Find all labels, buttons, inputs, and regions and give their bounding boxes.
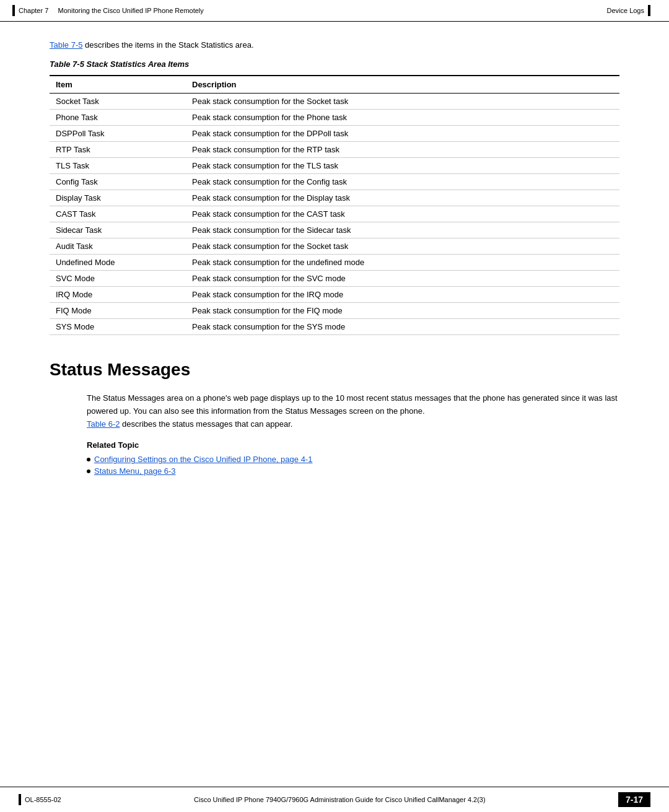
header-chapter-label: Chapter 7 xyxy=(19,7,48,14)
related-topic-link[interactable]: Status Menu, page 6-3 xyxy=(94,466,176,476)
table-cell-description: Peak stack consumption for the undefined… xyxy=(186,255,619,271)
table-6-2-link[interactable]: Table 6-2 xyxy=(87,419,120,429)
table-body: Socket TaskPeak stack consumption for th… xyxy=(50,94,619,335)
table-row: Display TaskPeak stack consumption for t… xyxy=(50,190,619,206)
table-cell-item: Display Task xyxy=(50,190,186,206)
table-cell-item: CAST Task xyxy=(50,206,186,222)
table-cell-item: IRQ Mode xyxy=(50,287,186,303)
header-bar-left-icon xyxy=(12,5,15,16)
status-messages-heading: Status Messages xyxy=(50,360,619,380)
table-cell-item: DSPPoll Task xyxy=(50,126,186,142)
table-cell-item: SVC Mode xyxy=(50,271,186,287)
table-row: CAST TaskPeak stack consumption for the … xyxy=(50,206,619,222)
table-cell-description: Peak stack consumption for the Sidecar t… xyxy=(186,222,619,238)
table-row: IRQ ModePeak stack consumption for the I… xyxy=(50,287,619,303)
page-footer: OL-8555-02 Cisco Unified IP Phone 7940G/… xyxy=(0,787,669,812)
related-topic-item: Configuring Settings on the Cisco Unifie… xyxy=(87,455,619,464)
intro-paragraph: Table 7-5 describes the items in the Sta… xyxy=(50,40,619,50)
header-chapter-subtitle: Monitoring the Cisco Unified IP Phone Re… xyxy=(58,7,204,14)
table-header-row: Item Description xyxy=(50,76,619,94)
related-topic-item: Status Menu, page 6-3 xyxy=(87,466,619,476)
footer-bar-icon xyxy=(19,794,21,805)
stack-statistics-table: Item Description Socket TaskPeak stack c… xyxy=(50,75,619,335)
table-cell-item: Audit Task xyxy=(50,238,186,255)
table-cell-item: TLS Task xyxy=(50,158,186,174)
table-header: Item Description xyxy=(50,76,619,94)
related-topic-link[interactable]: Configuring Settings on the Cisco Unifie… xyxy=(94,455,312,464)
table-cell-description: Peak stack consumption for the IRQ mode xyxy=(186,287,619,303)
table-cell-description: Peak stack consumption for the RTP task xyxy=(186,142,619,158)
status-messages-body: The Status Messages area on a phone's we… xyxy=(87,392,619,430)
intro-description: describes the items in the Stack Statist… xyxy=(82,40,253,50)
footer-center-text: Cisco Unified IP Phone 7940G/7960G Admin… xyxy=(194,796,486,803)
table-cell-description: Peak stack consumption for the SVC mode xyxy=(186,271,619,287)
table-title: Table 7-5 Stack Statistics Area Items xyxy=(50,59,619,69)
table-cell-item: Undefined Mode xyxy=(50,255,186,271)
table-cell-description: Peak stack consumption for the DPPoll ta… xyxy=(186,126,619,142)
table-row: SYS ModePeak stack consumption for the S… xyxy=(50,319,619,335)
col-description-header: Description xyxy=(186,76,619,94)
footer-right: 7-17 xyxy=(618,792,650,807)
main-content: Table 7-5 describes the items in the Sta… xyxy=(0,22,669,497)
bullet-icon xyxy=(87,469,90,473)
table-link[interactable]: Table 7-5 xyxy=(50,40,82,50)
table-cell-item: RTP Task xyxy=(50,142,186,158)
related-topic-list: Configuring Settings on the Cisco Unifie… xyxy=(87,455,619,476)
header-chapter-text: Chapter 7 Monitoring the Cisco Unified I… xyxy=(19,7,204,14)
table-cell-description: Peak stack consumption for the Config ta… xyxy=(186,174,619,190)
table-cell-item: FIQ Mode xyxy=(50,303,186,319)
footer-page-number: 7-17 xyxy=(618,792,650,807)
table-row: Sidecar TaskPeak stack consumption for t… xyxy=(50,222,619,238)
header-bar-right-icon xyxy=(648,5,650,16)
table-row: RTP TaskPeak stack consumption for the R… xyxy=(50,142,619,158)
table-cell-description: Peak stack consumption for the TLS task xyxy=(186,158,619,174)
table-cell-item: Socket Task xyxy=(50,94,186,110)
table-cell-description: Peak stack consumption for the CAST task xyxy=(186,206,619,222)
footer-ol-number: OL-8555-02 xyxy=(25,796,61,803)
table-row: SVC ModePeak stack consumption for the S… xyxy=(50,271,619,287)
table-cell-item: Config Task xyxy=(50,174,186,190)
related-topic-label: Related Topic xyxy=(87,440,619,450)
header-section-label: Device Logs xyxy=(606,7,644,14)
table-cell-description: Peak stack consumption for the Socket ta… xyxy=(186,94,619,110)
related-topic-section: Related Topic Configuring Settings on th… xyxy=(87,440,619,476)
table-cell-description: Peak stack consumption for the Display t… xyxy=(186,190,619,206)
table-row: DSPPoll TaskPeak stack consumption for t… xyxy=(50,126,619,142)
table-row: Undefined ModePeak stack consumption for… xyxy=(50,255,619,271)
table-cell-description: Peak stack consumption for the Phone tas… xyxy=(186,110,619,126)
bullet-icon xyxy=(87,458,90,461)
table-cell-description: Peak stack consumption for the FIQ mode xyxy=(186,303,619,319)
table-row: Phone TaskPeak stack consumption for the… xyxy=(50,110,619,126)
status-body-text: The Status Messages area on a phone's we… xyxy=(87,393,618,416)
table-cell-item: Sidecar Task xyxy=(50,222,186,238)
table-cell-description: Peak stack consumption for the SYS mode xyxy=(186,319,619,335)
table-row: Socket TaskPeak stack consumption for th… xyxy=(50,94,619,110)
page-header: Chapter 7 Monitoring the Cisco Unified I… xyxy=(0,0,669,22)
table-cell-item: SYS Mode xyxy=(50,319,186,335)
table-cell-item: Phone Task xyxy=(50,110,186,126)
table-row: TLS TaskPeak stack consumption for the T… xyxy=(50,158,619,174)
table-row: Audit TaskPeak stack consumption for the… xyxy=(50,238,619,255)
header-left: Chapter 7 Monitoring the Cisco Unified I… xyxy=(12,5,204,16)
table-cell-description: Peak stack consumption for the Socket ta… xyxy=(186,238,619,255)
footer-left: OL-8555-02 xyxy=(19,794,61,805)
status-body-suffix: describes the status messages that can a… xyxy=(120,419,292,429)
header-right: Device Logs xyxy=(606,5,650,16)
table-row: FIQ ModePeak stack consumption for the F… xyxy=(50,303,619,319)
table-row: Config TaskPeak stack consumption for th… xyxy=(50,174,619,190)
col-item-header: Item xyxy=(50,76,186,94)
